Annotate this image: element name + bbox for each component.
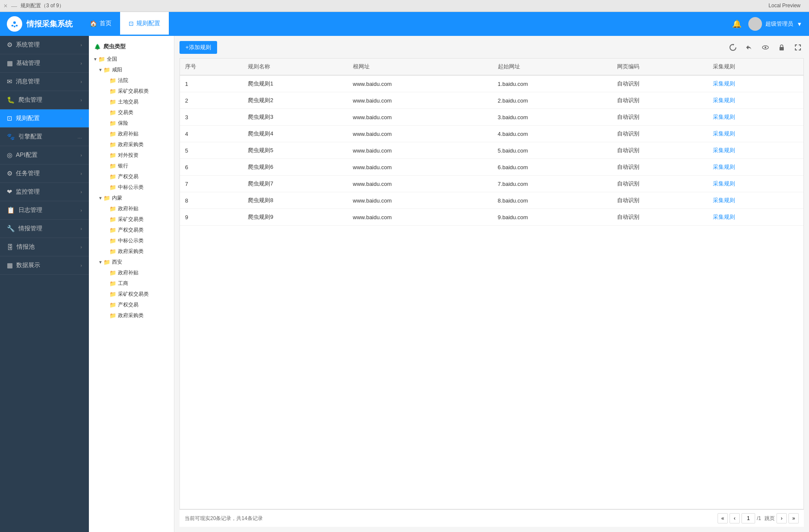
page-prev-btn[interactable]: ‹ [730,513,740,523]
folder-icon-xian: 📁 [103,259,110,265]
add-rule-button[interactable]: +添加规则 [179,41,217,54]
sidebar-item-engine[interactable]: 🐾 引擎配置 … [0,128,89,146]
sidebar-item-task[interactable]: ⚙ 任务管理 › [0,165,89,183]
cell-start: 5.baidu.com [493,142,612,159]
cell-rule[interactable]: 采集规则 [708,209,803,226]
pagination-controls: « ‹ /1 跳页 › » [718,513,799,523]
sidebar-item-data[interactable]: ▦ 数据展示 › [0,256,89,275]
toggle-xianyang[interactable]: ▼ [97,68,103,72]
refresh-icon[interactable] [727,41,739,53]
tree-node-nm-zhengfubz[interactable]: 📁 政府补贴 [89,203,174,214]
undo-icon[interactable] [743,41,755,53]
cell-code: 自动识别 [612,159,708,176]
tree-node-tudi[interactable]: 📁 土地交易 [89,97,174,107]
sidebar-arrow-system: › [80,42,82,47]
sidebar-label-data: 数据展示 [16,262,40,269]
tree-node-xa-zhengfubz[interactable]: 📁 政府补贴 [89,267,174,278]
tree-node-fayuan[interactable]: 📁 法院 [89,75,174,86]
tree-node-xa-zhengfucg[interactable]: 📁 政府采购类 [89,310,174,321]
cell-rule[interactable]: 采集规则 [708,109,803,126]
table-row: 4 爬虫规则4 www.baidu.com 4.baidu.com 自动识别 采… [180,126,803,142]
page-last-btn[interactable]: » [788,513,799,523]
cell-rule[interactable]: 采集规则 [708,142,803,159]
sidebar-item-message[interactable]: ✉ 消息管理 › [0,73,89,91]
sidebar-item-pool[interactable]: 🗄 情报池 › [0,238,89,256]
toggle-xian[interactable]: ▼ [97,260,103,265]
sidebar-item-log[interactable]: 📋 日志管理 › [0,201,89,220]
tree-node-xa-chanquan[interactable]: 📁 产权交易 [89,300,174,310]
rule-icon: ⊡ [129,20,134,27]
tree-node-xianyang[interactable]: ▼ 📁 咸阳 [89,65,174,75]
tree-node-caiyao[interactable]: 📁 采矿交易权类 [89,86,174,97]
sidebar-item-api[interactable]: ◎ API配置 › [0,146,89,165]
tree-node-nm-zhongbiao[interactable]: 📁 中标公示类 [89,235,174,246]
tree-node-xian[interactable]: ▼ 📁 西安 [89,257,174,267]
tree-node-nm-caiyao[interactable]: 📁 采矿交易类 [89,214,174,225]
tree-node-nm-zhengfucg[interactable]: 📁 政府采购类 [89,246,174,257]
tree-label-quanguo: 全国 [107,56,174,63]
col-start: 起始网址 [493,59,612,75]
page-input[interactable] [741,513,755,523]
cell-root: www.baidu.com [348,92,493,109]
sidebar-item-rule[interactable]: ⊡ 规则配置 › [0,109,89,128]
tree-node-xa-gongshang[interactable]: 📁 工商 [89,278,174,289]
sidebar-item-monitor[interactable]: ❤ 监控管理 › [0,183,89,201]
view-icon[interactable] [759,41,771,53]
tree-label-xian: 西安 [112,259,174,266]
sidebar-item-spider[interactable]: 🐛 爬虫管理 › [0,91,89,109]
tree-node-neimeng[interactable]: ▼ 📁 内蒙 [89,193,174,203]
tree-node-zhengfucgl[interactable]: 📁 政府采购类 [89,139,174,150]
tree-node-jiaoyilei[interactable]: 📁 交易类 [89,107,174,118]
toggle-quanguo[interactable]: ▼ [92,57,98,62]
cell-start: 1.baidu.com [493,75,612,92]
tree-node-nm-chanquan[interactable]: 📁 产权交易类 [89,225,174,235]
window-minimize-btn[interactable]: — [11,3,17,9]
tree-label-fayuan: 法院 [118,77,174,84]
toolbar-actions [727,41,804,53]
cell-rule[interactable]: 采集规则 [708,159,803,176]
cell-rule[interactable]: 采集规则 [708,192,803,209]
sidebar-arrow-spider: › [80,97,82,103]
page-next-btn[interactable]: › [777,513,787,523]
cell-root: www.baidu.com [348,126,493,142]
tree-node-zhongbiao[interactable]: 📁 中标公示类 [89,182,174,193]
cell-rule[interactable]: 采集规则 [708,176,803,192]
cell-rule[interactable]: 采集规则 [708,126,803,142]
cell-rule[interactable]: 采集规则 [708,92,803,109]
tree-node-zhengfubz[interactable]: 📁 政府补贴 [89,129,174,139]
tree-label-zhongbiao: 中标公示类 [118,184,174,191]
tree-node-yinhang[interactable]: 📁 银行 [89,161,174,171]
tab-home[interactable]: 🏠 首页 [81,12,120,36]
tree-node-xa-caiyao[interactable]: 📁 采矿权交易类 [89,289,174,300]
toggle-neimeng[interactable]: ▼ [97,196,103,200]
cell-name: 爬虫规则6 [243,159,347,176]
cell-rule[interactable]: 采集规则 [708,75,803,92]
sidebar-item-basic[interactable]: ▦ 基础管理 › [0,54,89,73]
tree-label-xa-caiyao: 采矿权交易类 [118,291,174,298]
sidebar-label-rule: 规则配置 [16,115,40,122]
col-rule: 采集规则 [708,59,803,75]
rule-toolbar: +添加规则 [179,41,804,54]
sidebar-item-intel[interactable]: 🔧 情报管理 › [0,220,89,238]
cell-code: 自动识别 [612,109,708,126]
page-first-btn[interactable]: « [718,513,728,523]
cell-code: 自动识别 [612,192,708,209]
tab-rule[interactable]: ⊡ 规则配置 [120,12,169,36]
tree-node-quanguo[interactable]: ▼ 📁 全国 [89,54,174,65]
sidebar-arrow-log: › [80,208,82,213]
cell-root: www.baidu.com [348,176,493,192]
tree-node-duiwai[interactable]: 📁 对外投资 [89,150,174,161]
user-menu[interactable]: 超级管理员 ▼ [748,17,802,31]
folder-icon-xianyang: 📁 [103,67,110,73]
sidebar-arrow-data: › [80,263,82,268]
notification-bell-icon[interactable]: 🔔 [732,19,741,29]
tree-node-baoxian[interactable]: 📁 保险 [89,118,174,129]
sidebar-label-message: 消息管理 [16,78,40,85]
folder-icon-baoxian: 📁 [109,120,116,126]
sidebar-item-system[interactable]: ⚙ 系统管理 › [0,36,89,54]
cell-code: 自动识别 [612,209,708,226]
expand-icon[interactable] [792,41,804,53]
lock-icon[interactable] [776,41,788,53]
window-close-btn[interactable]: ✕ [3,3,8,9]
tree-node-chanquanjy[interactable]: 📁 产权交易 [89,171,174,182]
